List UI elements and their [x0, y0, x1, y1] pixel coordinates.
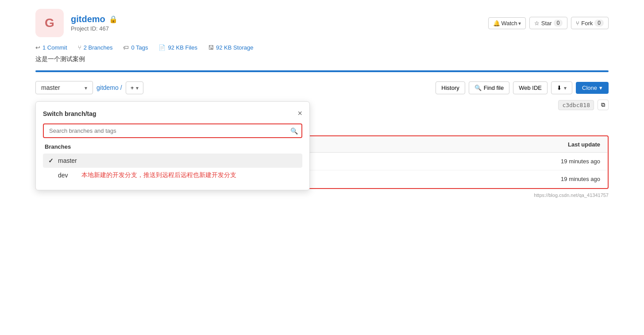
star-icon: ☆	[534, 20, 540, 27]
branch-select[interactable]: master	[35, 81, 93, 94]
search-icon: 🔍	[474, 85, 482, 91]
col-update-header: Last update	[501, 137, 607, 153]
star-count: 0	[554, 19, 563, 27]
branches-label: Branches	[43, 143, 302, 150]
project-id: Project ID: 467	[71, 25, 118, 32]
branch-search-box: 🔍	[43, 123, 302, 138]
history-button[interactable]: History	[436, 81, 465, 94]
breadcrumb: gitdemo /	[96, 84, 122, 91]
web-ide-button[interactable]: Web IDE	[513, 81, 548, 94]
fork-button[interactable]: ⑂ Fork 0	[571, 17, 609, 29]
checkmark-icon: ✓	[48, 157, 54, 164]
clone-button[interactable]: Clone ▾	[576, 82, 609, 94]
breadcrumb-separator: /	[120, 84, 122, 91]
search-icon: 🔍	[290, 127, 298, 135]
tag-icon: 🏷	[123, 44, 129, 51]
clone-chevron-icon: ▾	[599, 85, 602, 91]
copy-icon: ⧉	[601, 101, 605, 108]
lock-icon: 🔒	[109, 15, 118, 23]
breadcrumb-repo[interactable]: gitdemo	[96, 84, 119, 91]
bell-icon: 🔔	[493, 20, 500, 27]
watch-chevron-icon	[518, 20, 521, 27]
fork-icon: ⑂	[576, 20, 579, 27]
download-button[interactable]: ⬇	[551, 81, 572, 94]
repo-name-text: gitdemo	[71, 14, 105, 24]
storage-icon: 🖫	[208, 44, 214, 51]
watch-button[interactable]: 🔔 Watch	[488, 17, 525, 29]
files-icon: 📄	[158, 44, 166, 51]
repo-header: G gitdemo 🔒 Project ID: 467 🔔 Watch ☆ St…	[35, 9, 609, 37]
commits-stat[interactable]: ↩ 1 Commit	[35, 44, 67, 51]
branch-icon: ⑂	[78, 44, 81, 51]
fork-count: 0	[594, 19, 604, 27]
files-stat[interactable]: 📄 92 KB Files	[158, 44, 197, 51]
gitignore-last-update: 19 minutes ago	[501, 153, 607, 170]
star-button[interactable]: ☆ Star 0	[529, 17, 568, 29]
copy-commit-button[interactable]: ⧉	[598, 100, 609, 110]
branch-item-dev[interactable]: dev 本地新建的开发分支，推送到远程后远程也新建开发分支	[43, 168, 302, 183]
find-file-button[interactable]: 🔍 Find file	[469, 81, 510, 94]
commit-hash: c3dbc818	[558, 100, 594, 110]
branch-tag-dropdown: Switch branch/tag × 🔍 Branches ✓ master …	[35, 101, 310, 190]
branch-chevron-icon	[85, 84, 87, 91]
commit-icon: ↩	[35, 44, 40, 51]
add-chevron-icon	[136, 85, 139, 91]
storage-stat[interactable]: 🖫 92 KB Storage	[208, 44, 254, 51]
add-file-button[interactable]: +	[126, 81, 143, 94]
stats-row: ↩ 1 Commit ⑂ 2 Branches 🏷 0 Tags 📄 92 KB…	[35, 44, 609, 51]
download-chevron-icon	[564, 85, 567, 91]
branch-item-master[interactable]: ✓ master	[43, 154, 302, 168]
bottom-url: https://blog.csdn.net/qa_41341757	[35, 193, 609, 198]
download-icon: ⬇	[557, 85, 562, 91]
repo-actions: 🔔 Watch ☆ Star 0 ⑂ Fork 0	[488, 17, 609, 29]
repo-description: 这是一个测试案例	[35, 55, 609, 63]
blue-divider	[35, 70, 609, 72]
toolbar: master gitdemo / + History 🔍 Find file W…	[35, 81, 609, 94]
dropdown-title: Switch branch/tag	[43, 110, 96, 117]
mainpy-last-update: 19 minutes ago	[501, 170, 607, 188]
tags-stat[interactable]: 🏷 0 Tags	[123, 44, 148, 51]
dropdown-close-button[interactable]: ×	[297, 109, 302, 118]
branch-search-input[interactable]	[43, 123, 302, 138]
branches-stat[interactable]: ⑂ 2 Branches	[78, 44, 113, 51]
repo-avatar: G	[35, 9, 64, 37]
dev-branch-annotation: 本地新建的开发分支，推送到远程后远程也新建开发分支	[81, 171, 236, 179]
